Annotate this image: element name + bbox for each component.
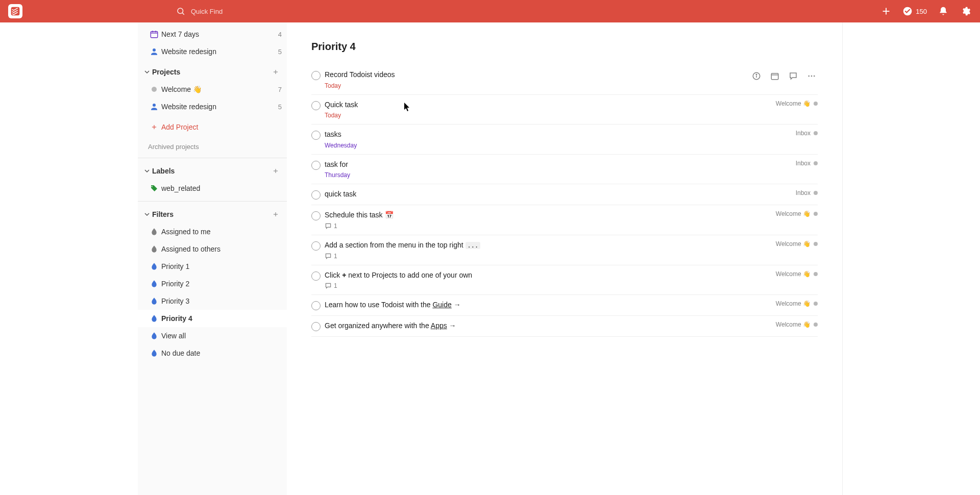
task-project-label[interactable]: Inbox [796, 160, 818, 167]
apps-link[interactable]: Apps [431, 321, 447, 330]
task-project-label[interactable]: Welcome 👋 [776, 270, 818, 278]
sidebar-item-count: 5 [278, 103, 282, 111]
sidebar-item-label: Priority 1 [161, 262, 282, 270]
task-schedule-icon[interactable] [769, 70, 781, 82]
filter-drop-icon [147, 280, 161, 288]
guide-link[interactable]: Guide [432, 301, 451, 309]
task-row[interactable]: Get organized anywhere with the Apps →We… [311, 316, 818, 337]
sidebar-project-welcome[interactable]: Welcome 👋 7 [138, 81, 287, 98]
filter-drop-icon [147, 297, 161, 305]
sidebar-filter-assigned-to-me[interactable]: Assigned to me [138, 223, 287, 240]
add-section-icon[interactable] [270, 211, 282, 218]
task-comment-count[interactable]: 1 [325, 253, 337, 260]
sidebar-section-label: Filters [152, 210, 270, 218]
task-checkbox[interactable] [311, 322, 321, 331]
divider [138, 158, 287, 158]
sidebar-section-labels[interactable]: Labels [138, 162, 287, 180]
sidebar-item-label: Priority 3 [161, 297, 282, 305]
task-checkbox[interactable] [311, 211, 321, 220]
sidebar-filter-priority-2[interactable]: Priority 2 [138, 275, 287, 292]
task-more-icon[interactable] [805, 70, 818, 82]
archived-projects-link[interactable]: Archived projects [138, 140, 287, 154]
task-title: Learn how to use Todoist with the Guide … [325, 300, 770, 310]
sidebar-label-web-related[interactable]: web_related [138, 180, 287, 197]
search-wrap [175, 4, 343, 19]
add-section-icon[interactable] [270, 167, 282, 175]
sidebar-filter-priority-1[interactable]: Priority 1 [138, 258, 287, 275]
task-project-label[interactable]: Inbox [796, 130, 818, 137]
sidebar-section-projects[interactable]: Projects [138, 63, 287, 81]
task-row[interactable]: task forThursdayInbox [311, 155, 818, 185]
sidebar-filter-priority-3[interactable]: Priority 3 [138, 292, 287, 310]
task-checkbox[interactable] [311, 101, 321, 110]
settings-icon[interactable] [960, 5, 972, 17]
task-project-label[interactable]: Welcome 👋 [776, 100, 818, 107]
task-comment-count[interactable]: 1 [325, 222, 337, 230]
sidebar-item-next-7-days[interactable]: Next 7 days 4 [138, 26, 287, 43]
task-row[interactable]: Quick taskTodayWelcome 👋 [311, 95, 818, 125]
add-project-label: Add Project [161, 123, 282, 131]
task-project-label[interactable]: Inbox [796, 189, 818, 196]
task-row[interactable]: Schedule this task 📅1Welcome 👋 [311, 205, 818, 235]
chevron-down-icon [143, 69, 151, 75]
search-icon [175, 5, 187, 17]
svg-line-2 [182, 13, 184, 14]
sidebar: Next 7 days 4 Website redesign 5 Project… [138, 22, 287, 495]
task-row[interactable]: Click + next to Projects to add one of y… [311, 265, 818, 295]
notifications-icon[interactable] [937, 5, 949, 17]
task-project-label[interactable]: Welcome 👋 [776, 210, 818, 217]
app-logo[interactable] [8, 4, 22, 18]
sidebar-item-label: Priority 2 [161, 280, 282, 288]
task-comment-icon[interactable] [787, 70, 799, 82]
sidebar-item-label: Website redesign [161, 103, 278, 111]
code-chip: ... [465, 242, 481, 249]
sidebar-project-website-redesign[interactable]: Website redesign 5 [138, 98, 287, 115]
task-checkbox[interactable] [311, 241, 321, 251]
sidebar-filter-assigned-to-others[interactable]: Assigned to others [138, 240, 287, 258]
sidebar-filter-priority-4[interactable]: Priority 4 [138, 310, 287, 327]
task-checkbox[interactable] [311, 161, 321, 170]
topbar-right: 150 [880, 5, 972, 17]
add-project-button[interactable]: Add Project [138, 118, 287, 136]
task-checkbox[interactable] [311, 131, 321, 140]
sidebar-item-website-redesign-top[interactable]: Website redesign 5 [138, 43, 287, 60]
task-checkbox[interactable] [311, 71, 321, 80]
sidebar-filter-no-due-date[interactable]: No due date [138, 344, 287, 362]
task-row[interactable]: Add a section from the menu in the top r… [311, 235, 818, 265]
task-project-label[interactable]: Welcome 👋 [776, 300, 818, 307]
search-input[interactable] [190, 7, 343, 16]
sidebar-item-label: Welcome 👋 [161, 85, 278, 93]
sidebar-section-filters[interactable]: Filters [138, 206, 287, 223]
task-checkbox[interactable] [311, 190, 321, 200]
topbar: 150 [0, 0, 980, 22]
svg-point-27 [814, 76, 815, 77]
task-project-label[interactable]: Welcome 👋 [776, 321, 818, 328]
filter-drop-icon [147, 245, 161, 253]
sidebar-filter-view-all[interactable]: View all [138, 327, 287, 344]
task-checkbox[interactable] [311, 271, 321, 281]
task-project-label[interactable]: Welcome 👋 [776, 240, 818, 247]
todoist-logo-icon [10, 6, 20, 16]
task-comment-count[interactable]: 1 [325, 282, 337, 289]
task-due-date: Thursday [325, 171, 350, 179]
svg-point-25 [808, 76, 810, 77]
task-title: task for [325, 160, 790, 170]
task-info-icon[interactable] [750, 70, 763, 82]
add-section-icon[interactable] [270, 68, 282, 76]
task-row[interactable]: Record Todoist videosToday [311, 65, 818, 95]
sidebar-item-label: Assigned to me [161, 228, 282, 236]
sidebar-item-label: Assigned to others [161, 245, 282, 253]
task-row[interactable]: Learn how to use Todoist with the Guide … [311, 295, 818, 316]
task-checkbox[interactable] [311, 301, 321, 310]
sidebar-item-label: No due date [161, 349, 282, 357]
quick-add-icon[interactable] [880, 5, 892, 17]
sidebar-item-label: Next 7 days [161, 30, 278, 38]
task-row[interactable]: quick taskInbox [311, 184, 818, 205]
task-row[interactable]: tasksWednesdayInbox [311, 125, 818, 155]
filter-drop-icon [147, 262, 161, 270]
chevron-down-icon [143, 168, 151, 174]
karma-button[interactable]: 150 [902, 6, 927, 16]
task-title: tasks [325, 130, 790, 140]
sidebar-item-count: 5 [278, 48, 282, 56]
svg-point-26 [811, 76, 813, 77]
